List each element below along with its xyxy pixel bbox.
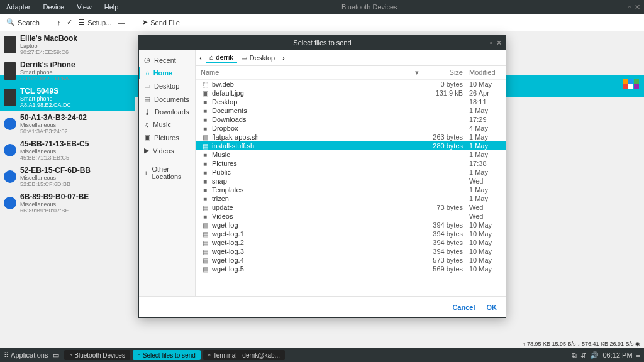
dialog-title: Select files to send (293, 39, 351, 47)
sidebar-music[interactable]: ♫Music (139, 118, 195, 131)
setup-button[interactable]: ☰ Setup... (79, 18, 111, 26)
file-row[interactable]: ▣default.jpg131.9 kB26 Apr (196, 89, 506, 97)
menu-device[interactable]: Device (41, 2, 67, 12)
col-size[interactable]: Size (419, 69, 463, 77)
device-item[interactable]: Derrik's iPhoneSmart phoneC0:9A:D0:20:11… (0, 58, 135, 84)
file-row[interactable]: ■Public1 May (196, 168, 506, 177)
maximize-icon[interactable]: ▫ (628, 3, 631, 11)
file-icon: ▤ (201, 239, 209, 246)
sidebar-desktop[interactable]: ▭Desktop (139, 79, 195, 92)
cancel-button[interactable]: Cancel (452, 304, 475, 311)
file-icon: ■ (201, 187, 209, 194)
file-row[interactable]: ▤wget-log.5569 bytes10 May (196, 265, 506, 273)
file-row[interactable]: ■snapWed (196, 177, 506, 185)
file-row[interactable]: ■Music1 May (196, 150, 506, 159)
file-row[interactable]: ▤wget-log.2394 bytes10 May (196, 238, 506, 247)
breadcrumb-desktop[interactable]: ▭ Desktop (237, 52, 279, 63)
sidebar-documents[interactable]: ▤Documents (139, 92, 195, 106)
send-file-button[interactable]: ➤ Send File (142, 18, 179, 26)
setup-label: Setup... (87, 19, 111, 26)
file-row[interactable]: ■trizen1 May (196, 194, 506, 203)
device-item[interactable]: 6B-89-B9-B0-07-BEMiscellaneous6B:89:B9:B… (0, 190, 135, 216)
sidebar-label: Downloads (155, 108, 189, 116)
taskbar-window[interactable]: ▫ Terminal - derrik@kab... (203, 350, 285, 360)
file-name: Pictures (212, 160, 419, 167)
file-row[interactable]: ■Dropbox4 May (196, 124, 506, 133)
file-row[interactable]: ⬚bw.deb0 bytes10 May (196, 80, 506, 89)
check-icon[interactable]: ✓ (67, 18, 72, 26)
device-item[interactable]: TCL 5049SSmart phoneA8:A1:98:E2:CA:DC (0, 84, 135, 111)
sidebar-pictures[interactable]: ▣Pictures (139, 131, 195, 144)
tray-volume-icon[interactable]: 🔊 (590, 351, 599, 359)
device-item[interactable]: Ellie's MacBookLaptop90:27:E4:EE:59:C6 (0, 31, 135, 58)
nav-fwd-icon[interactable]: › (282, 54, 285, 62)
dialog-close-icon[interactable]: ✕ (496, 39, 502, 47)
file-modified: Wed (463, 212, 501, 220)
file-name: Videos (212, 212, 419, 220)
file-row[interactable]: ■Documents1 May (196, 106, 506, 115)
sidebar-label: Desktop (154, 82, 179, 90)
file-size: 573 bytes (419, 256, 463, 264)
file-row[interactable]: ▤wget-log.1394 bytes10 May (196, 229, 506, 238)
col-modified[interactable]: Modified (463, 69, 501, 77)
sidebar-home[interactable]: ⌂Home (139, 67, 195, 79)
file-icon: ■ (201, 116, 209, 123)
clock[interactable]: 06:12 PM (602, 351, 632, 359)
dialog-max-icon[interactable]: ▫ (490, 39, 492, 47)
file-name: wget-log.5 (212, 265, 419, 273)
file-modified: 17:29 (463, 116, 501, 123)
remove-button[interactable]: — (118, 19, 125, 26)
col-name[interactable]: Name (201, 69, 415, 77)
file-row[interactable]: ▤wget-log.3394 bytes10 May (196, 247, 506, 256)
menu-adapter[interactable]: Adapter (4, 2, 33, 12)
breadcrumb-derrik[interactable]: ⌂ derrik (206, 52, 237, 63)
sidebar-label: Music (153, 121, 171, 128)
sidebar-downloads[interactable]: ⭳Downloads (139, 106, 195, 118)
file-chooser-dialog: Select files to send ▫✕ ◷Recent⌂Home▭Des… (138, 35, 506, 318)
menu-view[interactable]: View (74, 2, 94, 12)
file-row[interactable]: ▤flatpak-apps.sh263 bytes1 May (196, 133, 506, 141)
search-button[interactable]: 🔍 Search (6, 18, 40, 26)
device-item[interactable]: 45-BB-71-13-EB-C5Miscellaneous45:BB:71:1… (0, 137, 135, 163)
file-modified: 17:38 (463, 160, 501, 167)
file-row[interactable]: ▤install-stuff.sh280 bytes1 May (196, 141, 506, 150)
file-name: Documents (212, 107, 419, 114)
sort-icon[interactable]: ↕ (57, 19, 61, 26)
file-name: wget-log.2 (212, 239, 419, 246)
file-icon: ■ (201, 151, 209, 158)
file-size: 73 bytes (419, 204, 463, 211)
file-row[interactable]: ▤update73 bytesWed (196, 203, 506, 212)
tray-user-icon[interactable]: ≡ (636, 351, 640, 359)
file-row[interactable]: ■Desktop18:11 (196, 97, 506, 106)
ok-button[interactable]: OK (487, 304, 497, 311)
file-row[interactable]: ■Pictures17:38 (196, 159, 506, 168)
file-row[interactable]: ■VideosWed (196, 212, 506, 221)
file-row[interactable]: ■Downloads17:29 (196, 115, 506, 124)
file-modified: Wed (463, 204, 501, 211)
device-item[interactable]: 52-EB-15-CF-6D-BBMiscellaneous52:EB:15:C… (0, 163, 135, 190)
menu-help[interactable]: Help (102, 2, 121, 12)
sidebar-recent[interactable]: ◷Recent (139, 53, 195, 67)
file-row[interactable]: ■Templates1 May (196, 185, 506, 194)
file-name: Dropbox (212, 124, 419, 132)
downloads-icon: ⭳ (144, 108, 151, 116)
file-row[interactable]: ▤wget-log.4573 bytes10 May (196, 256, 506, 265)
device-type: Laptop (20, 43, 131, 49)
taskbar-window[interactable]: ▫ Select files to send (133, 350, 201, 360)
file-row[interactable]: ▤wget-log394 bytes10 May (196, 221, 506, 229)
tray-network-icon[interactable]: ⇵ (580, 351, 586, 359)
taskbar-window[interactable]: ▫ Bluetooth Devices (64, 350, 130, 360)
file-name: snap (212, 177, 419, 185)
file-modified: 1 May (463, 186, 501, 194)
nav-back-icon[interactable]: ‹ (199, 54, 202, 62)
sidebar-other-locations[interactable]: +Other Locations (139, 163, 195, 183)
sidebar-videos[interactable]: ▶Videos (139, 144, 195, 157)
minimize-icon[interactable]: — (618, 3, 625, 11)
file-size: 394 bytes (419, 230, 463, 238)
workspace-icon[interactable]: ▭ (53, 351, 59, 359)
tray-dropbox-icon[interactable]: ⧉ (572, 351, 577, 359)
file-icon: ▤ (201, 248, 209, 255)
close-icon[interactable]: ✕ (635, 3, 640, 11)
apps-menu[interactable]: ⠿ Applications (4, 351, 48, 359)
device-item[interactable]: 50-A1-3A-B3-24-02Miscellaneous50:A1:3A:B… (0, 111, 135, 137)
